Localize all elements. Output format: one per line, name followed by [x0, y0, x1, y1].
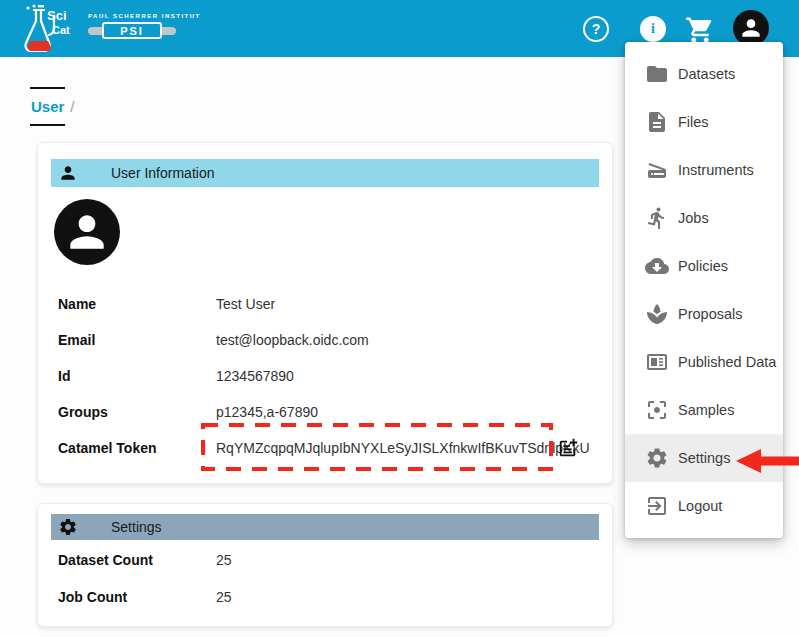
breadcrumb: User / [30, 87, 75, 126]
user-card-header: User Information [51, 159, 599, 187]
field-label: Job Count [58, 589, 216, 605]
breadcrumb-separator: / [70, 98, 74, 115]
field-row-email: Email test@loopback.oidc.com [58, 322, 592, 358]
scicat-logo[interactable]: Sci Cat [10, 3, 76, 55]
menu-item-label: Jobs [678, 210, 709, 226]
gear-icon [58, 517, 78, 537]
menu-item-proposals[interactable]: Proposals [625, 290, 783, 338]
cart-icon[interactable] [685, 15, 715, 45]
logout-icon [645, 494, 669, 518]
field-label: Groups [58, 404, 216, 420]
psi-wordmark: PSI [102, 22, 162, 39]
center-focus-icon [645, 398, 669, 422]
field-row-dataset-count: Dataset Count 25 [58, 541, 592, 578]
info-glyph: i [651, 21, 655, 37]
settings-card-header: Settings [51, 514, 599, 540]
cloud-download-icon [645, 254, 669, 278]
user-dropdown-menu: Datasets Files Instruments Jobs Policies… [625, 42, 783, 538]
field-value: p12345,a-67890 [216, 404, 318, 420]
menu-item-label: Published Data [678, 354, 776, 370]
scicat-text-sci: Sci [47, 8, 67, 23]
profile-avatar [54, 199, 120, 265]
user-avatar-icon[interactable] [733, 10, 769, 46]
menu-item-label: Settings [678, 450, 730, 466]
gear-icon [645, 446, 669, 470]
catamel-token-value: RqYMZcqpqMJqlupIbNYXLeSyJISLXfnkwIfBKuvT… [216, 440, 590, 456]
scanner-icon [645, 158, 669, 182]
menu-item-label: Samples [678, 402, 734, 418]
field-label: Dataset Count [58, 552, 216, 568]
breadcrumb-user-link[interactable]: User [30, 87, 65, 126]
field-value: Test User [216, 296, 275, 312]
field-value: test@loopback.oidc.com [216, 332, 369, 348]
field-row-id: Id 1234567890 [58, 358, 592, 394]
spa-leaf-icon [645, 302, 669, 326]
menu-item-logout[interactable]: Logout [625, 482, 783, 530]
psi-logo[interactable]: PAUL SCHERRER INSTITUT PSI [88, 13, 176, 39]
copy-token-icon[interactable] [557, 437, 579, 459]
menu-item-policies[interactable]: Policies [625, 242, 783, 290]
field-row-name: Name Test User [58, 286, 592, 322]
field-value: 1234567890 [216, 368, 294, 384]
settings-card: Settings Dataset Count 25 Job Count 25 [37, 503, 613, 627]
psi-caption: PAUL SCHERRER INSTITUT [88, 13, 176, 19]
folder-icon [645, 62, 669, 86]
menu-item-label: Instruments [678, 162, 754, 178]
field-row-catamel-token: Catamel Token RqYMZcqpqMJqlupIbNYXLeSyJI… [58, 430, 592, 466]
scicat-text-cat: Cat [52, 24, 70, 36]
field-label: Email [58, 332, 216, 348]
menu-item-files[interactable]: Files [625, 98, 783, 146]
menu-item-jobs[interactable]: Jobs [625, 194, 783, 242]
field-row-groups: Groups p12345,a-67890 [58, 394, 592, 430]
running-person-icon [645, 206, 669, 230]
file-icon [645, 110, 669, 134]
help-glyph: ? [592, 21, 601, 37]
menu-item-label: Proposals [678, 306, 742, 322]
menu-item-samples[interactable]: Samples [625, 386, 783, 434]
person-icon [58, 163, 78, 183]
field-value: 25 [216, 552, 232, 568]
menu-item-datasets[interactable]: Datasets [625, 50, 783, 98]
menu-item-label: Files [678, 114, 709, 130]
help-icon[interactable]: ? [583, 16, 609, 42]
settings-card-title: Settings [111, 519, 162, 535]
menu-item-label: Policies [678, 258, 728, 274]
field-row-job-count: Job Count 25 [58, 578, 592, 615]
field-value: 25 [216, 589, 232, 605]
user-information-card: User Information Name Test User Email te… [37, 142, 613, 484]
menu-item-label: Logout [678, 498, 722, 514]
settings-fields: Dataset Count 25 Job Count 25 [58, 541, 592, 615]
field-label: Id [58, 368, 216, 384]
user-fields: Name Test User Email test@loopback.oidc.… [58, 286, 592, 466]
published-data-icon [645, 350, 669, 374]
field-label: Catamel Token [58, 440, 216, 456]
menu-item-label: Datasets [678, 66, 735, 82]
user-card-title: User Information [111, 165, 214, 181]
info-icon[interactable]: i [640, 16, 666, 42]
menu-item-settings[interactable]: Settings [625, 434, 783, 482]
field-label: Name [58, 296, 216, 312]
menu-item-published-data[interactable]: Published Data [625, 338, 783, 386]
psi-wordmark-bar: PSI [88, 22, 176, 39]
menu-item-instruments[interactable]: Instruments [625, 146, 783, 194]
